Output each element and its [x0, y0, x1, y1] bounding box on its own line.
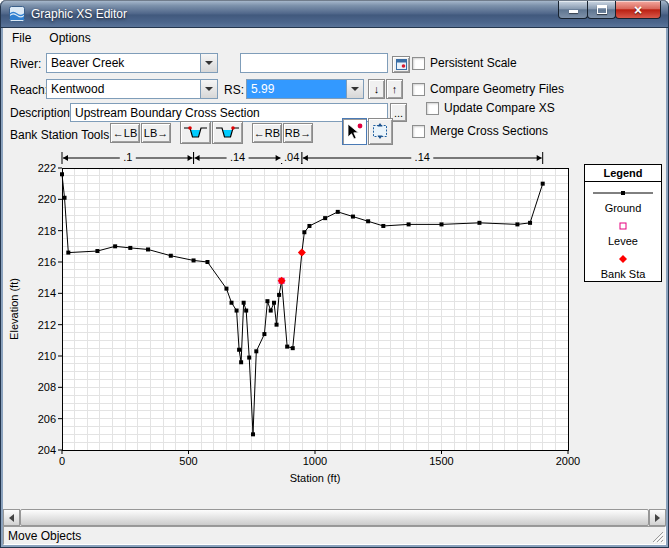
legend-item-bank-sta: Bank Sta: [585, 248, 661, 281]
channel-right-bank-icon: [215, 125, 240, 140]
move-objects-tool-button[interactable]: [342, 118, 367, 145]
persistent-scale-row: Persistent Scale: [412, 56, 517, 70]
scrollbar-thumb[interactable]: [20, 509, 649, 526]
previous-rs-button[interactable]: ↓: [368, 79, 385, 99]
chevron-down-icon: [351, 87, 359, 91]
compare-geometry-row: Compare Geometry Files: [412, 82, 564, 96]
move-right-bank-right-button[interactable]: RB→: [283, 123, 313, 143]
svg-text:204: 204: [38, 444, 56, 456]
svg-text:220: 220: [38, 193, 56, 205]
chevron-down-icon: [205, 61, 213, 65]
svg-text:1000: 1000: [303, 455, 327, 467]
cross-section-chart: 0500100015002000204206208210212214216218…: [6, 148, 663, 506]
svg-text:214: 214: [38, 287, 56, 299]
menu-options[interactable]: Options: [40, 28, 99, 48]
minimize-button[interactable]: [558, 1, 588, 19]
move-right-bank-left-button[interactable]: ←RB: [252, 123, 282, 143]
legend-swatch: [591, 221, 655, 231]
picker-button[interactable]: [392, 56, 410, 73]
river-value: Beaver Creek: [47, 54, 200, 72]
set-right-bank-tool-button[interactable]: [212, 121, 243, 144]
chevron-down-icon: [205, 87, 213, 91]
svg-text:500: 500: [179, 455, 197, 467]
svg-text:212: 212: [38, 319, 56, 331]
close-button[interactable]: ×: [615, 1, 661, 19]
svg-text:.04: .04: [284, 151, 299, 163]
move-left-bank-right-button[interactable]: LB→: [141, 123, 171, 143]
bank-tools-label: Bank Station Tools:: [10, 128, 113, 142]
title-bar[interactable]: Graphic XS Editor ×: [0, 0, 669, 28]
legend-item-ground: Ground: [585, 182, 661, 215]
svg-text:.14: .14: [230, 151, 245, 163]
reach-dropdown-button[interactable]: [200, 80, 217, 98]
legend-label: Bank Sta: [587, 268, 659, 281]
river-select[interactable]: Beaver Creek: [46, 53, 218, 73]
river-dropdown-button[interactable]: [200, 54, 217, 72]
status-bar: Move Objects: [3, 526, 666, 545]
rs-dropdown-button[interactable]: [346, 80, 363, 98]
svg-text:2000: 2000: [556, 455, 580, 467]
reach-label: Reach:: [10, 83, 48, 97]
legend-items: GroundLeveeBank Sta: [585, 182, 661, 281]
scroll-left-button[interactable]: [3, 509, 20, 526]
update-compare-label: Update Compare XS: [444, 101, 555, 115]
description-label: Description: [10, 106, 70, 120]
legend-item-levee: Levee: [585, 215, 661, 248]
svg-text:222: 222: [38, 162, 56, 174]
close-icon: ×: [634, 3, 642, 17]
svg-text:Station (ft): Station (ft): [290, 472, 341, 484]
persistent-scale-label: Persistent Scale: [430, 56, 517, 70]
merge-xs-checkbox[interactable]: [412, 125, 425, 138]
maximize-icon: [597, 5, 607, 14]
legend-label: Ground: [587, 202, 659, 215]
blank-field[interactable]: [240, 53, 388, 73]
scroll-right-button[interactable]: [649, 509, 666, 526]
svg-text:1500: 1500: [429, 455, 453, 467]
window-controls: ×: [559, 1, 661, 19]
triangle-right-icon: [655, 514, 660, 522]
update-compare-checkbox[interactable]: [426, 102, 439, 115]
maximize-button[interactable]: [587, 1, 616, 19]
rs-label: RS:: [224, 83, 244, 97]
menu-file[interactable]: File: [3, 28, 40, 48]
svg-text:.1: .1: [123, 151, 132, 163]
app-icon: [9, 6, 25, 22]
legend: Legend GroundLeveeBank Sta: [584, 164, 662, 282]
resize-grip[interactable]: [651, 530, 664, 543]
arrow-down-icon: ↓: [374, 83, 380, 95]
merge-xs-label: Merge Cross Sections: [430, 124, 548, 138]
legend-title: Legend: [585, 165, 661, 182]
reach-value: Kentwood: [47, 80, 200, 98]
legend-swatch: [591, 188, 655, 198]
move-left-bank-left-button[interactable]: ←LB: [110, 123, 140, 143]
merge-xs-row: Merge Cross Sections: [412, 124, 548, 138]
svg-text:208: 208: [38, 381, 56, 393]
svg-text:218: 218: [38, 225, 56, 237]
horizontal-scrollbar[interactable]: [3, 509, 666, 526]
river-label: River:: [10, 57, 41, 71]
svg-text:216: 216: [38, 256, 56, 268]
description-field[interactable]: Upstream Boundary Cross Section: [70, 103, 388, 122]
compare-geometry-label: Compare Geometry Files: [430, 82, 564, 96]
svg-text:206: 206: [38, 413, 56, 425]
selection-box-icon: [371, 122, 390, 141]
graphic-xs-editor-window: Graphic XS Editor × File Options River: …: [0, 0, 669, 548]
persistent-scale-checkbox[interactable]: [412, 57, 425, 70]
arrow-up-icon: ↑: [392, 83, 398, 95]
channel-left-bank-icon: [183, 125, 208, 140]
status-text: Move Objects: [8, 529, 81, 543]
svg-text:Elevation (ft): Elevation (ft): [8, 278, 20, 340]
legend-label: Levee: [587, 235, 659, 248]
svg-text:.14: .14: [415, 151, 430, 163]
rs-value: 5.99: [247, 80, 346, 98]
rs-select[interactable]: 5.99: [246, 79, 364, 99]
menu-bar: File Options: [3, 28, 666, 48]
set-left-bank-tool-button[interactable]: [180, 121, 211, 144]
triangle-left-icon: [9, 514, 14, 522]
reach-select[interactable]: Kentwood: [46, 79, 218, 99]
zoom-window-tool-button[interactable]: [368, 118, 393, 145]
compare-geometry-checkbox[interactable]: [412, 83, 425, 96]
update-compare-row: Update Compare XS: [426, 101, 555, 115]
next-rs-button[interactable]: ↑: [386, 79, 403, 99]
cross-section-plot[interactable]: 0500100015002000204206208210212214216218…: [6, 148, 663, 500]
